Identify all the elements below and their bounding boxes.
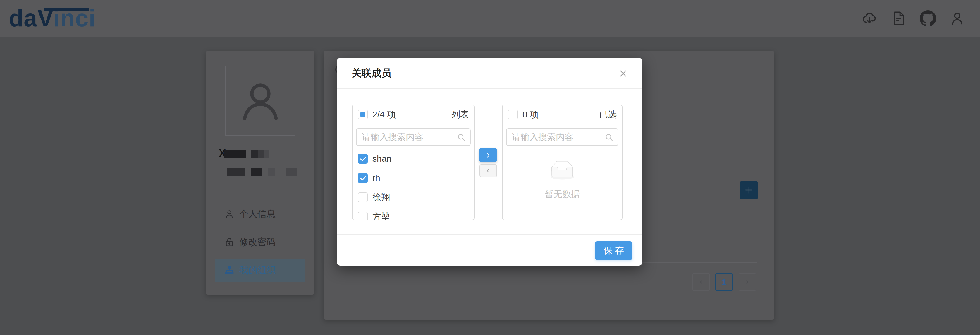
list-item[interactable]: 方堃 [353, 207, 474, 220]
source-panel-title: 列表 [451, 108, 469, 121]
checkbox-unchecked[interactable] [358, 212, 368, 220]
org-chart-icon [224, 265, 235, 276]
pagination-next-button[interactable] [739, 273, 756, 291]
check-icon [360, 156, 367, 162]
user-icon [224, 209, 235, 219]
target-selected-count: 0 项 [522, 108, 539, 121]
sidebar-item-change-password[interactable]: 修改密码 [206, 231, 314, 254]
source-selected-count: 2/4 项 [372, 108, 396, 121]
source-search-input[interactable] [356, 129, 470, 145]
list-item[interactable]: 徐翔 [353, 188, 474, 207]
empty-state: 暂无数据 [503, 161, 622, 200]
sidebar-item-label: 我的组织 [239, 264, 275, 276]
modal-header: 关联成员 [337, 58, 642, 89]
profile-card: X 个人信息 修改密码 我的组织 [206, 51, 314, 295]
chevron-right-icon [744, 279, 751, 286]
sidebar-item-my-organization[interactable]: 我的组织 [215, 259, 305, 282]
logo-overline [45, 8, 89, 11]
redacted-text [268, 168, 275, 176]
github-icon[interactable] [920, 10, 936, 27]
sidebar-item-personal-info[interactable]: 个人信息 [206, 203, 314, 225]
checkbox-checked[interactable] [358, 154, 368, 164]
pagination-prev-button[interactable] [692, 273, 710, 291]
empty-text: 暂无数据 [503, 188, 622, 200]
logo-text-da: da [9, 5, 37, 31]
check-icon [360, 175, 367, 181]
plus-icon [744, 185, 754, 195]
redacted-text [264, 150, 269, 158]
chevron-left-icon [485, 167, 492, 174]
target-search [506, 128, 619, 146]
avatar [225, 66, 296, 136]
list-item[interactable]: shan [353, 149, 474, 168]
associate-members-modal: 关联成员 2/4 项 列表 [337, 58, 642, 266]
save-button[interactable]: 保 存 [595, 241, 632, 260]
chevron-right-icon [485, 152, 492, 159]
modal-title: 关联成员 [352, 58, 391, 88]
item-label: 方堃 [372, 211, 390, 220]
source-search [356, 128, 471, 146]
redacted-text [286, 168, 297, 176]
lock-icon [224, 237, 235, 247]
navbar: daVinci [0, 0, 980, 37]
checkbox-unchecked[interactable] [358, 192, 368, 203]
item-label: rh [372, 173, 380, 183]
search-icon [605, 132, 614, 142]
target-search-input[interactable] [507, 129, 618, 145]
add-member-button[interactable] [740, 181, 758, 199]
redacted-text [227, 168, 245, 176]
target-panel-title: 已选 [599, 108, 617, 121]
search-icon [457, 132, 466, 142]
sidebar-item-label: 修改密码 [239, 236, 275, 248]
source-item-list: shan rh 徐翔 方堃 [353, 149, 474, 220]
user-icon[interactable] [949, 10, 966, 27]
sidebar-item-label: 个人信息 [239, 208, 275, 220]
document-icon[interactable] [890, 10, 907, 27]
redacted-text [224, 150, 246, 158]
modal-close-button[interactable] [615, 65, 632, 82]
move-left-button[interactable] [479, 164, 497, 177]
empty-box-icon [547, 161, 577, 180]
close-icon [619, 69, 628, 78]
redacted-text [251, 150, 258, 158]
cloud-download-icon[interactable] [861, 10, 878, 27]
move-right-button[interactable] [479, 148, 497, 162]
source-panel-header: 2/4 项 列表 [353, 105, 474, 124]
modal-footer-divider [337, 234, 642, 235]
chevron-left-icon [698, 279, 705, 286]
pagination-page-1[interactable]: 1 [715, 273, 733, 291]
save-button-label: 保 存 [603, 244, 624, 257]
transfer-target-panel: 0 项 已选 暂无数据 [502, 105, 622, 220]
select-all-checkbox-unchecked[interactable] [508, 110, 518, 120]
transfer-source-panel: 2/4 项 列表 shan rh 徐 [352, 105, 475, 220]
page-number: 1 [722, 277, 727, 287]
list-item[interactable]: rh [353, 168, 474, 188]
checkbox-checked[interactable] [358, 173, 368, 183]
screen: daVinci [0, 0, 980, 335]
target-panel-header: 0 项 已选 [503, 105, 622, 124]
item-label: 徐翔 [372, 191, 390, 204]
redacted-text [251, 168, 262, 176]
select-all-checkbox-indeterminate[interactable] [358, 110, 368, 120]
redacted-text [258, 150, 264, 158]
item-label: shan [372, 154, 391, 164]
